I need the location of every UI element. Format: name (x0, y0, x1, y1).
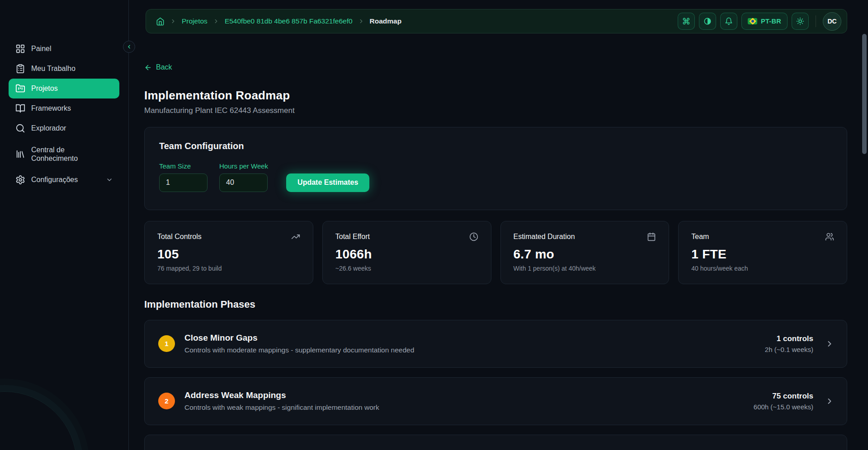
sun-icon (796, 17, 804, 25)
gear-icon (15, 175, 25, 185)
phase-controls-count: 1 controls (765, 334, 813, 343)
chevron-right-icon (825, 397, 834, 406)
sidebar-item-meu-trabalho[interactable]: Meu Trabalho (9, 59, 119, 79)
command-icon: ⌘ (682, 17, 691, 26)
sidebar-item-label: Configurações (31, 175, 78, 184)
team-configuration-card: Team Configuration Team Size Hours per W… (144, 127, 847, 210)
sidebar-item-central-conhecimento[interactable]: Central de Conhecimento (9, 138, 119, 170)
stat-subtext: 76 mapped, 29 to build (157, 265, 300, 272)
stat-label: Total Effort (335, 233, 370, 241)
chevron-right-icon (825, 339, 834, 348)
chevron-right-icon (358, 18, 364, 24)
hours-per-week-input[interactable] (219, 173, 268, 192)
users-icon (825, 232, 834, 241)
sidebar-item-painel[interactable]: Painel (9, 39, 119, 59)
stat-subtext: ~26.6 weeks (335, 265, 478, 272)
library-icon (15, 149, 25, 159)
phase-number-badge: 1 (158, 335, 175, 352)
avatar-initials: DC (827, 18, 836, 25)
search-icon (15, 123, 25, 133)
phase-description: Controls with weak mappings - significan… (184, 403, 379, 412)
sidebar-item-label: Painel (31, 44, 51, 53)
breadcrumb-projetos[interactable]: Projetos (182, 17, 208, 25)
stat-label: Estimated Duration (514, 233, 575, 241)
stat-card-total-controls: Total Controls 105 76 mapped, 29 to buil… (144, 221, 313, 284)
phase-number-badge: 2 (158, 393, 175, 409)
stat-value: 1066h (335, 247, 478, 262)
sidebar-item-label: Central de Conhecimento (31, 145, 99, 163)
vertical-scrollbar[interactable] (862, 34, 867, 154)
page-subtitle: Manufacturing Plant IEC 62443 Assessment (144, 106, 847, 115)
team-size-label: Team Size (159, 162, 208, 170)
sidebar-nav: Painel Meu Trabalho Projetos Frameworks (0, 0, 128, 190)
breadcrumb: Projetos E540fbe0 81db 4be6 857b Fa6321f… (156, 17, 401, 26)
sidebar-item-frameworks[interactable]: Frameworks (9, 98, 119, 118)
folder-icon (15, 84, 25, 94)
team-configuration-form: Team Size Hours per Week Update Estimate… (159, 162, 832, 192)
page-title: Implementation Roadmap (144, 89, 847, 103)
topbar: Projetos E540fbe0 81db 4be6 857b Fa6321f… (146, 9, 847, 33)
phase-title: Close Minor Gaps (184, 333, 414, 343)
book-open-icon (15, 103, 25, 113)
calendar-icon (647, 232, 656, 241)
breadcrumb-project-id[interactable]: E540fbe0 81db 4be6 857b Fa6321fe6ef0 (225, 17, 353, 25)
clock-icon (469, 232, 478, 241)
team-size-field: Team Size (159, 162, 208, 192)
sidebar-item-explorador[interactable]: Explorador (9, 118, 119, 138)
home-icon[interactable] (156, 17, 165, 26)
arrow-left-icon (144, 64, 152, 71)
sidebar: Painel Meu Trabalho Projetos Frameworks (0, 0, 129, 450)
phase-description: Controls with moderate mappings - supple… (184, 346, 414, 354)
phase-card-2[interactable]: 2 Address Weak Mappings Controls with we… (144, 377, 847, 425)
notifications-button[interactable] (720, 13, 737, 30)
sidebar-item-projetos[interactable]: Projetos (9, 79, 119, 98)
stat-subtext: With 1 person(s) at 40h/week (514, 265, 656, 272)
brazil-flag-icon (748, 18, 757, 24)
contrast-icon (703, 17, 712, 25)
chevron-left-icon (126, 44, 132, 50)
phase-card-1[interactable]: 1 Close Minor Gaps Controls with moderat… (144, 320, 847, 368)
stat-card-total-effort: Total Effort 1066h ~26.6 weeks (322, 221, 491, 284)
sidebar-item-configuracoes[interactable]: Configurações (9, 170, 119, 190)
topbar-actions: ⌘ PT-BR DC (678, 12, 841, 31)
update-estimates-button[interactable]: Update Estimates (286, 173, 369, 192)
back-label: Back (156, 63, 172, 71)
sidebar-item-label: Explorador (31, 124, 66, 132)
stat-label: Team (691, 233, 709, 241)
phase-title: Address Weak Mappings (184, 390, 379, 400)
grid-icon (15, 44, 25, 54)
sidebar-collapse-button[interactable] (123, 41, 135, 53)
stat-value: 105 (157, 247, 300, 262)
phase-controls-count: 75 controls (754, 392, 813, 401)
sidebar-item-label: Projetos (31, 84, 58, 93)
stat-card-estimated-duration: Estimated Duration 6.7 mo With 1 person(… (500, 221, 670, 284)
language-label: PT-BR (761, 18, 781, 25)
theme-toggle-button[interactable] (792, 13, 809, 30)
phase-effort: 2h (~0.1 weeks) (765, 346, 813, 353)
bell-icon (725, 17, 733, 25)
contrast-button[interactable] (699, 13, 716, 30)
phase-card-3-partial[interactable] (144, 435, 847, 450)
chevron-down-icon (106, 176, 113, 183)
main-area: Projetos E540fbe0 81db 4be6 857b Fa6321f… (129, 0, 868, 450)
sidebar-item-label: Meu Trabalho (31, 64, 75, 73)
stat-subtext: 40 hours/week each (691, 265, 834, 272)
back-button[interactable]: Back (144, 63, 172, 71)
stats-row: Total Controls 105 76 mapped, 29 to buil… (144, 221, 847, 284)
team-configuration-title: Team Configuration (159, 141, 832, 151)
stat-card-team: Team 1 FTE 40 hours/week each (678, 221, 847, 284)
hours-per-week-field: Hours per Week (219, 162, 268, 192)
clipboard-list-icon (15, 64, 25, 74)
language-selector-button[interactable]: PT-BR (741, 13, 788, 30)
breadcrumb-current: Roadmap (370, 17, 402, 25)
team-size-input[interactable] (159, 173, 208, 192)
page-content: Back Implementation Roadmap Manufacturin… (129, 33, 868, 450)
phase-effort: 600h (~15.0 weeks) (754, 403, 813, 411)
sidebar-item-label: Frameworks (31, 104, 71, 112)
trending-up-icon (291, 232, 300, 241)
hours-per-week-label: Hours per Week (219, 162, 268, 170)
user-avatar[interactable]: DC (823, 12, 841, 31)
implementation-phases-title: Implementation Phases (144, 299, 847, 310)
divider (816, 15, 816, 27)
command-palette-button[interactable]: ⌘ (678, 13, 695, 30)
